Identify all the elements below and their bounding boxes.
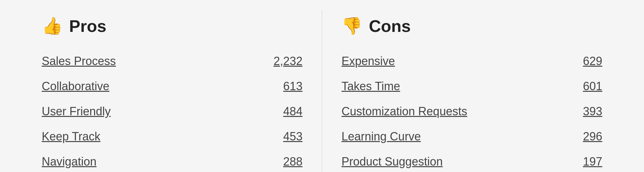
pros-header: 👍 Pros [42,16,303,36]
pros-item-label-2[interactable]: User Friendly [42,105,111,118]
cons-item-count-2[interactable]: 393 [583,105,602,118]
thumbs-up-icon: 👍 [42,16,63,36]
cons-item-count-4[interactable]: 197 [583,155,602,168]
pros-item-count-0[interactable]: 2,232 [274,54,303,68]
panel-divider [322,10,322,172]
pros-cons-container: 👍 Pros Sales Process 2,232 Collaborative… [16,0,628,172]
thumbs-down-icon: 👎 [341,16,362,36]
cons-item-label-4[interactable]: Product Suggestion [341,155,443,168]
list-item: Navigation 288 [42,149,303,172]
pros-item-label-4[interactable]: Navigation [42,155,97,168]
pros-item-label-0[interactable]: Sales Process [42,54,116,68]
pros-title: Pros [69,16,107,36]
pros-list: Sales Process 2,232 Collaborative 613 Us… [42,49,303,172]
pros-panel: 👍 Pros Sales Process 2,232 Collaborative… [29,10,316,172]
list-item: Collaborative 613 [42,74,303,99]
list-item: Takes Time 601 [341,74,602,99]
cons-item-count-3[interactable]: 296 [583,130,602,143]
cons-item-count-0[interactable]: 629 [583,54,602,68]
list-item: Product Suggestion 197 [341,149,602,172]
cons-header: 👎 Cons [341,16,602,36]
list-item: Sales Process 2,232 [42,49,303,74]
cons-panel: 👎 Cons Expensive 629 Takes Time 601 Cust… [329,10,615,172]
pros-item-count-1[interactable]: 613 [283,80,303,93]
list-item: Expensive 629 [341,49,602,74]
list-item: Keep Track 453 [42,124,303,149]
cons-item-count-1[interactable]: 601 [583,80,602,93]
cons-item-label-2[interactable]: Customization Requests [341,105,467,118]
cons-item-label-1[interactable]: Takes Time [341,80,400,93]
cons-item-label-0[interactable]: Expensive [341,54,395,68]
cons-item-label-3[interactable]: Learning Curve [341,130,421,143]
list-item: Customization Requests 393 [341,99,602,124]
cons-list: Expensive 629 Takes Time 601 Customizati… [341,49,602,172]
pros-item-count-2[interactable]: 484 [283,105,303,118]
pros-item-count-3[interactable]: 453 [283,130,303,143]
pros-item-label-3[interactable]: Keep Track [42,130,101,143]
pros-item-label-1[interactable]: Collaborative [42,80,110,93]
cons-title: Cons [369,16,411,36]
list-item: User Friendly 484 [42,99,303,124]
pros-item-count-4[interactable]: 288 [283,155,303,168]
list-item: Learning Curve 296 [341,124,602,149]
